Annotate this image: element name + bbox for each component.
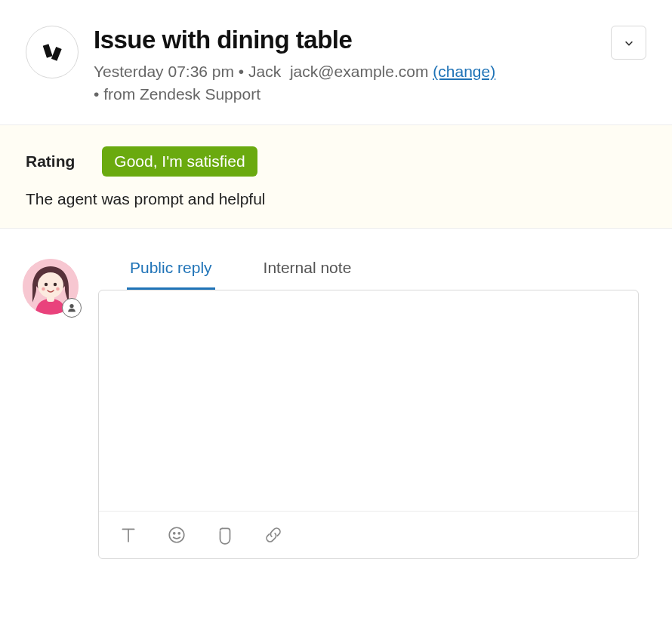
link-button[interactable] [262, 524, 285, 546]
reply-textarea[interactable] [99, 290, 638, 511]
svg-rect-0 [43, 44, 53, 58]
emoji-button[interactable] [165, 524, 188, 546]
tab-public-reply[interactable]: Public reply [127, 259, 215, 290]
reply-editor [98, 290, 639, 559]
paperclip-icon [215, 525, 235, 545]
change-email-link[interactable]: (change) [433, 63, 495, 80]
ticket-timestamp: Yesterday 07:36 pm [94, 63, 234, 80]
app-logo-icon [40, 40, 64, 64]
rating-comment: The agent was prompt and helpful [26, 190, 646, 208]
ticket-meta: Yesterday 07:36 pm • Jack jack@example.c… [94, 60, 646, 106]
source-prefix: • from [94, 85, 140, 103]
ticket-email: jack@example.com [290, 63, 429, 80]
svg-point-12 [178, 532, 180, 534]
svg-point-11 [173, 532, 175, 534]
person-icon [66, 303, 77, 313]
rating-panel: Rating Good, I'm satisfied The agent was… [0, 124, 672, 229]
emoji-icon [167, 525, 186, 545]
ticket-header: Issue with dining table Yesterday 07:36 … [0, 0, 672, 124]
text-icon [119, 525, 138, 545]
app-avatar [26, 26, 79, 78]
svg-point-9 [69, 304, 73, 308]
svg-rect-1 [51, 47, 62, 61]
ticket-author: Jack [248, 63, 281, 80]
editor-toolbar [99, 511, 638, 558]
ticket-source: Zendesk Support [140, 85, 260, 103]
ticket-title: Issue with dining table [94, 26, 646, 54]
chevron-down-icon [624, 38, 634, 48]
ticket-actions-dropdown[interactable] [611, 26, 646, 60]
rating-label: Rating [26, 152, 75, 171]
svg-point-3 [38, 272, 63, 298]
svg-rect-8 [47, 296, 54, 302]
attachment-button[interactable] [214, 524, 236, 546]
svg-point-10 [169, 527, 184, 542]
agent-avatar [23, 259, 79, 315]
agent-role-badge [62, 298, 82, 318]
tab-internal-note[interactable]: Internal note [260, 259, 355, 290]
rating-badge: Good, I'm satisfied [102, 146, 257, 177]
svg-point-6 [42, 287, 45, 291]
svg-point-5 [54, 283, 57, 286]
meta-sep: • [234, 63, 248, 80]
composer-tabs: Public reply Internal note [98, 259, 646, 290]
svg-point-4 [45, 283, 48, 286]
reply-composer: Public reply Internal note [0, 229, 672, 559]
link-icon [264, 525, 283, 545]
svg-point-7 [56, 287, 60, 291]
text-format-button[interactable] [117, 524, 140, 546]
